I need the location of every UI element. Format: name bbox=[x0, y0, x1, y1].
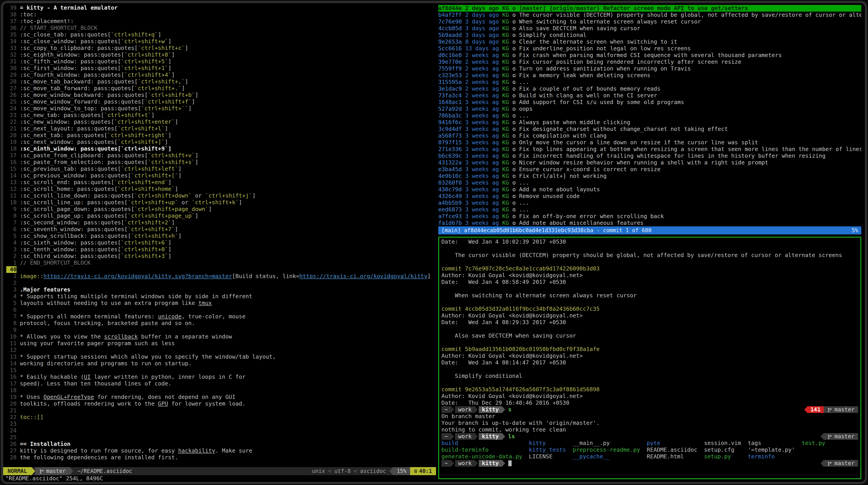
vim-line[interactable]: 39= kitty - A terminal emulator bbox=[6, 4, 436, 11]
vim-line[interactable]: 15 bbox=[6, 367, 436, 373]
vim-line[interactable]: 36// START_SHORTCUT_BLOCK bbox=[6, 25, 436, 31]
vim-line[interactable]: 24:sc_move_window_to_top: pass:quotes[`c… bbox=[6, 105, 436, 112]
tig-commit-row[interactable]: 4e9b10c 3 weeks ag KG o Fix Ctrl/alt+] n… bbox=[438, 173, 861, 179]
vim-line[interactable]: 23 bbox=[6, 421, 436, 427]
vim-line[interactable]: 4* Supports tiling multiple terminal win… bbox=[6, 293, 436, 300]
vim-line[interactable]: 16:sc_paste_from_selection: pass:quotes[… bbox=[6, 159, 436, 165]
vim-line[interactable]: 25 bbox=[6, 434, 436, 441]
tig-commit-row[interactable]: 315595a 2 weeks ag KG o ... bbox=[438, 79, 861, 86]
vim-line[interactable]: 27:sc_move_tab_forward: pass:quotes[`ctr… bbox=[6, 85, 436, 92]
vim-line[interactable]: 5layouts without needing to use an extra… bbox=[6, 300, 436, 306]
vim-line[interactable]: 9:sc_scroll_page_down: pass:quotes[`ctrl… bbox=[6, 206, 436, 213]
vim-line[interactable]: 9 bbox=[6, 327, 436, 333]
vim-line[interactable]: 17:sc_paste_from_clipboard: pass:quotes[… bbox=[6, 152, 436, 159]
vim-line[interactable]: 21:sc_next_layout: pass:quotes[`ctrl+shi… bbox=[6, 125, 436, 132]
shell-prompt[interactable]: ~workkittylsmaster bbox=[441, 433, 858, 440]
vim-line[interactable]: 22toc::[] bbox=[6, 414, 436, 421]
vim-line[interactable]: 3:sc_tenth_window: pass:quotes[`ctrl+shi… bbox=[6, 246, 436, 253]
shell-pane[interactable]: Date: Wed Jan 4 10:02:39 2017 +0530 The … bbox=[438, 237, 861, 479]
vim-line[interactable]: 2 bbox=[6, 280, 436, 286]
vim-line[interactable]: 20:sc_next_tab: pass:quotes[`ctrl+shift+… bbox=[6, 132, 436, 139]
vim-line[interactable]: 17speed). Less than ten thousand lines o… bbox=[6, 380, 436, 387]
vim-line[interactable]: 23:sc_new_tab: pass:quotes[`ctrl+shift+t… bbox=[6, 112, 436, 119]
shell-prompt[interactable]: ~workkittys141master bbox=[441, 406, 858, 413]
tig-commit-row[interactable]: 7559ff9 2 weeks ag KG o Turn on address … bbox=[438, 65, 861, 72]
tig-commit-row[interactable]: a4bb5b9 3 weeks ag KG o ... bbox=[438, 200, 861, 206]
vim-line[interactable]: 26:sc_move_window_backward: pass:quotes[… bbox=[6, 92, 436, 98]
vim-line[interactable]: 12:sc_scroll_home: pass:quotes[`ctrl+shi… bbox=[6, 186, 436, 192]
vim-line[interactable]: 3.Major features bbox=[6, 286, 436, 293]
tig-commit-row[interactable]: fa1d67b 3 weeks ag KG o Add note about m… bbox=[438, 220, 861, 226]
tig-commit-row[interactable]: c323e53 2 weeks ag KG o Fix a memory lea… bbox=[438, 72, 861, 79]
tig-commit-row[interactable]: a568f73 3 weeks ag KG o Fix compilation … bbox=[438, 132, 861, 139]
tig-commit-row[interactable]: 431322a 3 weeks ag KG o Nicer window res… bbox=[438, 159, 861, 166]
vim-line[interactable]: 10:sc_scroll_line_up: pass:quotes[`ctrl+… bbox=[6, 199, 436, 206]
vim-buffer[interactable]: 39= kitty - A terminal emulator38:toc:37… bbox=[3, 4, 436, 467]
tig-commit-row[interactable]: eed6873 3 weeks ag KG o ... bbox=[438, 206, 861, 213]
vim-line[interactable]: 38:toc: bbox=[6, 11, 436, 18]
tig-commit-row[interactable]: 7c76e90 3 days ago KG o When switching t… bbox=[438, 18, 861, 25]
tig-commit-row[interactable]: 430c79d 3 weeks ag KG o Add a note about… bbox=[438, 186, 861, 193]
tig-commit-row[interactable]: 0797f15 3 weeks ag KG o Only move the cu… bbox=[438, 139, 861, 146]
vim-line[interactable]: 27kitty is designed to run from source, … bbox=[6, 447, 436, 454]
vim-line[interactable]: 24 bbox=[6, 427, 436, 434]
vim-line[interactable]: 30:sc_first_window: pass:quotes[`ctrl+sh… bbox=[6, 65, 436, 71]
vim-line[interactable]: 15:sc_previous_tab: pass:quotes[`ctrl+sh… bbox=[6, 165, 436, 172]
vim-line[interactable]: 40 bbox=[6, 266, 436, 273]
vim-line[interactable]: 31:sc_fifth_window: pass:quotes[`ctrl+sh… bbox=[6, 58, 436, 65]
tig-commit-row[interactable]: b4af2ff 2 days ago KG o The cursor visib… bbox=[438, 12, 861, 18]
tig-commit-row[interactable]: 527a92d 3 weeks ag KG o oops bbox=[438, 105, 861, 112]
vim-line[interactable]: 28:sc_move_tab_backward: pass:quotes[`ct… bbox=[6, 78, 436, 85]
vim-line[interactable]: 14working directories and programs to ru… bbox=[6, 360, 436, 367]
tig-commit-row[interactable]: 9e2653a 8 days ago KG o Clear the altern… bbox=[438, 38, 861, 45]
vim-line[interactable]: 18 bbox=[6, 387, 436, 394]
vim-line[interactable]: 35:sc_close_tab: pass:quotes[`ctrl+shift… bbox=[6, 31, 436, 38]
vim-line[interactable]: 11:sc_scroll_line_down: pass:quotes[`ctr… bbox=[6, 192, 436, 199]
tig-commit-row[interactable]: d0c16e0 2 weeks ag KG o Fix crash when p… bbox=[438, 52, 861, 59]
tig-commit-row[interactable]: 3c9d4df 3 weeks ag KG o Fix designate_ch… bbox=[438, 126, 861, 132]
vim-line[interactable]: 6:sc_seventh_window: pass:quotes[`ctrl+s… bbox=[6, 226, 436, 233]
vim-line[interactable]: 7:sc_second_window: pass:quotes[`ctrl+sh… bbox=[6, 219, 436, 226]
vim-line[interactable]: 7* Supports all modern terminal features… bbox=[6, 313, 436, 320]
tig-commit-row[interactable]: 73fa3c4 2 weeks ag KG o Build with clang… bbox=[438, 92, 861, 99]
vim-line[interactable]: 21 bbox=[6, 407, 436, 414]
vim-line[interactable]: 20toolkits, offloads rendering work to t… bbox=[6, 400, 436, 407]
vim-line[interactable]: 5:sc_show_scrollback: pass:quotes[`ctrl+… bbox=[6, 233, 436, 239]
vim-line[interactable]: 2:sc_third_window: pass:quotes[`ctrl+shi… bbox=[6, 253, 436, 260]
tig-selected-commit-row[interactable]: af8d44e 2 days ago KG o [master] {origin… bbox=[438, 5, 861, 12]
vim-line[interactable]: 37:toc-placement!: bbox=[6, 18, 436, 25]
vim-line[interactable]: 32:sc_eighth_window: pass:quotes[`ctrl+s… bbox=[6, 52, 436, 58]
tig-commit-row[interactable]: 39e770e 2 weeks ag KG o Fix cursor posit… bbox=[438, 59, 861, 65]
vim-line[interactable]: 6 bbox=[6, 306, 436, 313]
vim-line[interactable]: 10* Allows you to view the scrollback bu… bbox=[6, 333, 436, 340]
tig-commit-row[interactable]: 271e336 3 weeks ag KG o Fix top lines ap… bbox=[438, 146, 861, 153]
tig-commit-row[interactable]: b6c639c 3 weeks ag KG o Fix incorrect ha… bbox=[438, 153, 861, 159]
tig-pane[interactable]: af8d44e 2 days ago KG o [master] {origin… bbox=[438, 5, 861, 235]
vim-line[interactable]: 13:sc_scroll_end: pass:quotes[`ctrl+shif… bbox=[6, 179, 436, 186]
tig-commit-row[interactable]: 4ccb05d 3 days ago KG o Also save DECTCE… bbox=[438, 25, 861, 32]
vim-line[interactable]: 14:sc_previous_window: pass:quotes[`ctrl… bbox=[6, 172, 436, 179]
vim-line[interactable]: 29:sc_fourth_window: pass:quotes[`ctrl+s… bbox=[6, 71, 436, 78]
vim-line[interactable]: 19* Uses OpenGL+FreeType for rendering, … bbox=[6, 394, 436, 400]
vim-pane[interactable]: 39= kitty - A terminal emulator38:toc:37… bbox=[3, 3, 436, 482]
tig-commit-row[interactable]: a7fce93 3 weeks ag KG o Fix an off-by-on… bbox=[438, 213, 861, 220]
tig-commit-row[interactable]: e3ba45d 3 weeks ag KG o Ensure cursor x-… bbox=[438, 166, 861, 173]
tig-commit-row[interactable]: 9416f6c 3 weeks ag KG o Always paste whe… bbox=[438, 119, 861, 126]
vim-line[interactable]: 8protocol, focus tracking, bracketed pas… bbox=[6, 320, 436, 327]
vim-line[interactable]: 22:sc_new_window: pass:quotes[`ctrl+shif… bbox=[6, 119, 436, 125]
tig-commit-row[interactable]: 5cc6616 13 days ag KG o Fix underline_po… bbox=[438, 45, 861, 52]
vim-line[interactable]: 28the following dependencies are install… bbox=[6, 454, 436, 461]
tig-commit-row[interactable]: 03260f0 3 weeks ag KG o ... bbox=[438, 179, 861, 186]
vim-line[interactable]: 4:sc_sixth_window: pass:quotes[`ctrl+shi… bbox=[6, 239, 436, 246]
vim-line[interactable]: 18:sc_ninth_window: pass:quotes[`ctrl+sh… bbox=[6, 145, 436, 152]
vim-line[interactable]: 16* Easily hackable (UI layer written in… bbox=[6, 373, 436, 380]
vim-line[interactable]: 34:sc_close_window: pass:quotes[`ctrl+sh… bbox=[6, 38, 436, 45]
vim-line[interactable]: 1image::https://travis-ci.org/kovidgoyal… bbox=[6, 273, 436, 280]
tig-commit-row[interactable]: 5b9aadd 3 days ago KG o Simplify conditi… bbox=[438, 32, 861, 38]
vim-line[interactable]: 19:sc_next_window: pass:quotes[`ctrl+shi… bbox=[6, 139, 436, 145]
tig-commit-row[interactable]: 786ba3c 3 weeks ag KG o ... bbox=[438, 112, 861, 119]
tig-commit-row[interactable]: 4326c49 3 weeks ag KG o Remove unused co… bbox=[438, 193, 861, 200]
vim-line[interactable]: 13* Support startup sessions which allow… bbox=[6, 354, 436, 360]
tig-commit-row[interactable]: 3e1dac9 2 weeks ag KG o Fix a couple of … bbox=[438, 86, 861, 92]
vim-line[interactable]: 8:sc_scroll_page_up: pass:quotes[`ctrl+s… bbox=[6, 213, 436, 219]
